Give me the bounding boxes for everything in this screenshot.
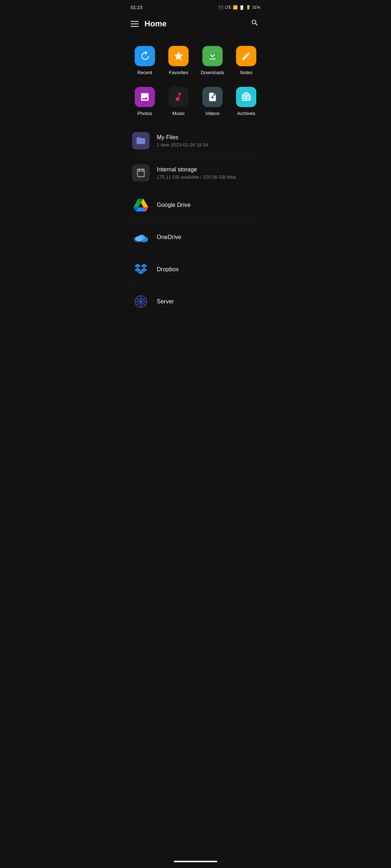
internal-storage-subtitle: 175.11 GB available / 220.56 GB total (157, 174, 236, 180)
internal-storage-title: Internal storage (157, 166, 236, 173)
my-files-text: My Files 1 item 2023-02-26 18:34 (157, 134, 208, 148)
onedrive-title: OneDrive (157, 234, 181, 241)
svg-point-3 (135, 236, 143, 241)
status-icons: 📳 LTE 📶 ▐▌ 🔋 31% (218, 5, 260, 10)
divider-4 (132, 253, 259, 254)
onedrive-text: OneDrive (157, 234, 181, 241)
dropbox-icon (132, 261, 150, 278)
divider-1 (132, 157, 259, 157)
internal-storage-text: Internal storage 175.11 GB available / 2… (157, 166, 236, 180)
downloads-icon (202, 46, 223, 66)
header: Home (125, 13, 266, 36)
favorites-label: Favorites (169, 70, 188, 75)
notes-icon (236, 46, 256, 66)
music-label: Music (172, 111, 185, 116)
list-item-onedrive[interactable]: OneDrive (125, 223, 266, 252)
list-item-dropbox[interactable]: Dropbox (125, 255, 266, 284)
server-text: Server (157, 298, 174, 305)
wifi-icon: 📶 (233, 5, 238, 10)
status-bar: 01:23 📳 LTE 📶 ▐▌ 🔋 31% (125, 0, 266, 13)
list-item-google-drive[interactable]: Google Drive (125, 191, 266, 220)
signal-icon: LTE (225, 5, 231, 9)
list-item-server[interactable]: Server (125, 287, 266, 316)
search-icon (251, 19, 259, 27)
category-photos[interactable]: Photos (129, 82, 160, 120)
videos-label: Videos (205, 111, 220, 116)
list-item-internal-storage[interactable]: Internal storage 175.11 GB available / 2… (125, 158, 266, 187)
onedrive-icon (132, 229, 150, 246)
divider-5 (132, 285, 259, 286)
photos-label: Photos (138, 111, 152, 116)
vibrate-icon: 📳 (218, 5, 223, 10)
downloads-label: Downloads (201, 70, 224, 75)
my-files-subtitle: 1 item 2023-02-26 18:34 (157, 142, 208, 148)
list-item-my-files[interactable]: My Files 1 item 2023-02-26 18:34 (125, 126, 266, 155)
divider-3 (132, 221, 259, 221)
menu-button[interactable] (131, 21, 139, 27)
categories-grid: Recent Favorites Downloads Notes (125, 36, 266, 123)
google-drive-text: Google Drive (157, 202, 190, 208)
music-icon (168, 87, 189, 107)
dropbox-text: Dropbox (157, 266, 178, 273)
recent-label: Recent (137, 70, 152, 75)
server-title: Server (157, 298, 174, 305)
videos-icon (202, 87, 223, 107)
category-videos[interactable]: Videos (197, 82, 228, 120)
notes-label: Notes (240, 70, 252, 75)
archives-label: Archives (237, 111, 255, 116)
category-notes[interactable]: Notes (231, 42, 262, 80)
category-archives[interactable]: Archives (231, 82, 262, 120)
search-button[interactable] (249, 17, 260, 30)
network-icon: ▐▌ (239, 5, 244, 9)
list-section: My Files 1 item 2023-02-26 18:34 Interna… (125, 123, 266, 319)
dropbox-title: Dropbox (157, 266, 178, 273)
my-files-icon (132, 132, 150, 149)
status-time: 01:23 (131, 5, 143, 10)
my-files-title: My Files (157, 134, 208, 141)
archives-icon (236, 87, 256, 107)
battery-level: 31% (252, 5, 260, 9)
divider-2 (132, 189, 259, 189)
category-downloads[interactable]: Downloads (197, 42, 228, 80)
favorites-icon (168, 46, 189, 66)
category-recent[interactable]: Recent (129, 42, 160, 80)
header-left: Home (131, 19, 167, 29)
internal-storage-icon (132, 164, 150, 182)
google-drive-icon (132, 196, 150, 214)
server-icon (132, 293, 150, 310)
google-drive-title: Google Drive (157, 202, 190, 208)
battery-icon: 🔋 (246, 5, 251, 10)
category-favorites[interactable]: Favorites (163, 42, 194, 80)
photos-icon (135, 87, 155, 107)
page-title: Home (144, 19, 167, 29)
category-music[interactable]: Music (163, 82, 194, 120)
recent-icon (135, 46, 155, 66)
